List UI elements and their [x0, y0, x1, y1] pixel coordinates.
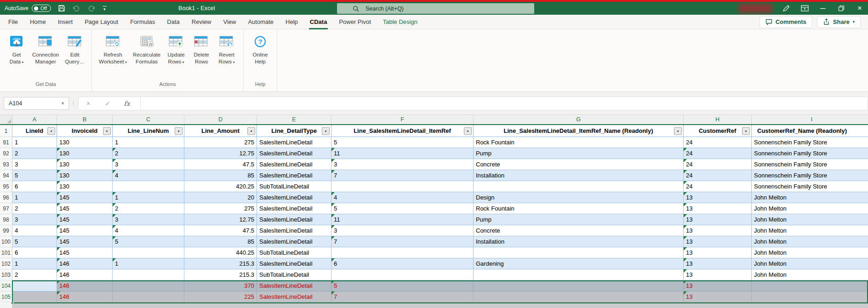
column-header-F[interactable]: F	[331, 115, 474, 124]
cell-E104[interactable]: SalesItemLineDetail	[257, 280, 331, 291]
user-account-badge[interactable]	[738, 4, 772, 13]
cell-C100[interactable]: 5	[113, 236, 184, 247]
cell-G100[interactable]: Installation	[474, 236, 684, 247]
edit-query--button[interactable]: EditQuery…	[63, 32, 87, 67]
row-number-95[interactable]: 95	[0, 181, 12, 192]
cell-H101[interactable]: 13	[684, 247, 752, 258]
column-header-I[interactable]: I	[752, 115, 868, 124]
cell-D103[interactable]: 215.3	[184, 269, 257, 280]
cell-C96[interactable]: 1	[113, 192, 184, 203]
cell-B92[interactable]: 130	[57, 148, 113, 159]
cell-F92[interactable]: 11	[331, 148, 474, 159]
save-icon[interactable]	[58, 5, 65, 12]
cell-A94[interactable]: 5	[12, 170, 57, 181]
tab-cdata[interactable]: CData	[304, 15, 333, 29]
cell-A97[interactable]: 2	[12, 203, 57, 214]
row-number-104[interactable]: 104	[0, 280, 12, 291]
column-header-C[interactable]: C	[113, 115, 184, 124]
cell-B105[interactable]: 146	[57, 291, 113, 302]
refresh-worksheet-button[interactable]: RefreshWorksheet ▾	[97, 32, 129, 67]
header-cell-C[interactable]: Line_LineNum▾	[113, 125, 184, 137]
cell-C93[interactable]: 3	[113, 159, 184, 170]
cell-G96[interactable]: Design	[474, 192, 684, 203]
cell-I93[interactable]: Sonnenschein Family Store	[752, 159, 868, 170]
formula-bar-grip[interactable]: ⋮	[69, 100, 78, 107]
cell-H103[interactable]: 13	[684, 269, 752, 280]
row-number-96[interactable]: 96	[0, 192, 12, 203]
cell-G103[interactable]	[474, 269, 684, 280]
row-number-98[interactable]: 98	[0, 214, 12, 225]
cell-D100[interactable]: 85	[184, 236, 257, 247]
tab-page-layout[interactable]: Page Layout	[79, 15, 124, 29]
tab-insert[interactable]: Insert	[52, 15, 79, 29]
cell-B95[interactable]: 130	[57, 181, 113, 192]
cell-D101[interactable]: 440.25	[184, 247, 257, 258]
cancel-entry-icon[interactable]: ×	[79, 100, 98, 107]
cell-A98[interactable]: 3	[12, 214, 57, 225]
cell-B97[interactable]: 145	[57, 203, 113, 214]
cell-D99[interactable]: 47.5	[184, 225, 257, 236]
cell-H98[interactable]: 13	[684, 214, 752, 225]
cell-F93[interactable]: 3	[331, 159, 474, 170]
cell-D102[interactable]: 215.3	[184, 258, 257, 269]
tab-power-pivot[interactable]: Power Pivot	[333, 15, 377, 29]
cell-A104[interactable]	[12, 280, 57, 291]
cell-A95[interactable]: 6	[12, 181, 57, 192]
cell-A93[interactable]: 3	[12, 159, 57, 170]
cell-H96[interactable]: 13	[684, 192, 752, 203]
tab-automate[interactable]: Automate	[242, 15, 280, 29]
cell-C105[interactable]	[113, 291, 184, 302]
cell-G97[interactable]: Rock Fountain	[474, 203, 684, 214]
cell-E94[interactable]: SalesItemLineDetail	[257, 170, 331, 181]
cell-C94[interactable]: 4	[113, 170, 184, 181]
cell-A101[interactable]: 6	[12, 247, 57, 258]
row-number-105[interactable]: 105	[0, 291, 12, 302]
cell-I92[interactable]: Sonnenschein Family Store	[752, 148, 868, 159]
cell-G101[interactable]	[474, 247, 684, 258]
cell-F96[interactable]: 4	[331, 192, 474, 203]
tab-review[interactable]: Review	[186, 15, 217, 29]
cell-I91[interactable]: Sonnenschein Family Store	[752, 137, 868, 148]
online-help-button[interactable]: ?OnlineHelp	[248, 32, 272, 67]
autosave-pill[interactable]: Off	[32, 5, 51, 12]
cell-C101[interactable]	[113, 247, 184, 258]
header-cell-A[interactable]: LineId▾	[12, 125, 57, 137]
cell-I103[interactable]: John Melton	[752, 269, 868, 280]
cell-A102[interactable]: 1	[12, 258, 57, 269]
filter-button-E[interactable]: ▾	[322, 127, 330, 135]
ink-pen-icon[interactable]	[782, 2, 791, 15]
cell-B93[interactable]: 130	[57, 159, 113, 170]
header-cell-B[interactable]: InvoiceId▾	[57, 125, 113, 137]
cell-A103[interactable]: 2	[12, 269, 57, 280]
cell-F97[interactable]: 5	[331, 203, 474, 214]
confirm-entry-icon[interactable]: ✓	[98, 100, 117, 107]
cell-C103[interactable]	[113, 269, 184, 280]
cell-B98[interactable]: 145	[57, 214, 113, 225]
filter-button-A[interactable]: ▾	[47, 127, 55, 135]
cell-E105[interactable]: SalesItemLineDetail	[257, 291, 331, 302]
cell-I99[interactable]: John Melton	[752, 225, 868, 236]
cell-I94[interactable]: Sonnenschein Family Store	[752, 170, 868, 181]
cell-E98[interactable]: SalesItemLineDetail	[257, 214, 331, 225]
filter-button-H[interactable]: ▾	[742, 127, 750, 135]
filter-button-D[interactable]: ▾	[247, 127, 255, 135]
name-box-caret-icon[interactable]: ▼	[61, 101, 65, 106]
cell-D93[interactable]: 47.5	[184, 159, 257, 170]
header-cell-D[interactable]: Line_Amount▾	[184, 125, 257, 137]
cell-G95[interactable]	[474, 181, 684, 192]
filter-button-C[interactable]: ▾	[175, 127, 183, 135]
share-button[interactable]: Share ▾	[817, 16, 861, 28]
cell-B91[interactable]: 130	[57, 137, 113, 148]
header-cell-G[interactable]: Line_SalesItemLineDetail_ItemRef_Name (R…	[474, 125, 684, 137]
tab-formulas[interactable]: Formulas	[124, 15, 161, 29]
cell-C95[interactable]	[113, 181, 184, 192]
row-number-94[interactable]: 94	[0, 170, 12, 181]
cell-B99[interactable]: 145	[57, 225, 113, 236]
ribbon-display-options-icon[interactable]	[800, 2, 809, 15]
customize-toolbar-icon[interactable]: ▾	[103, 6, 107, 11]
get-data-button[interactable]: cdataGetData ▾	[5, 32, 29, 67]
cell-F91[interactable]: 5	[331, 137, 474, 148]
cell-B101[interactable]: 145	[57, 247, 113, 258]
cell-D104[interactable]: 370	[184, 280, 257, 291]
connection-manager-button[interactable]: ConnectionManager	[30, 32, 61, 67]
